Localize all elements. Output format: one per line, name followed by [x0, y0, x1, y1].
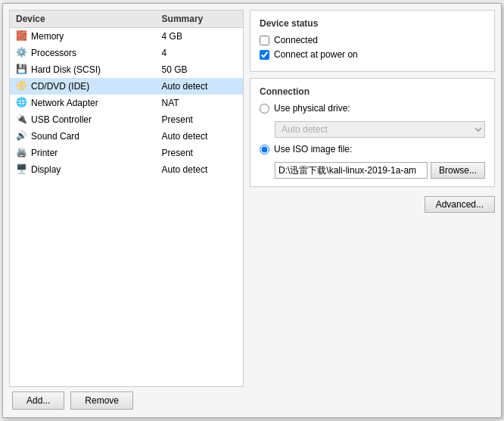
- device-status-title: Device status: [260, 18, 485, 29]
- table-row[interactable]: 🖥️ Display Auto detect: [10, 161, 243, 178]
- device-summary: Auto detect: [156, 161, 243, 178]
- table-row[interactable]: 🖨️ Printer Present: [10, 145, 243, 161]
- main-area: Device Summary 🧱 Memory 4 GB ⚙️ Processo…: [9, 10, 495, 387]
- device-summary: Present: [156, 111, 243, 128]
- bottom-bar: Add... Remove: [9, 387, 495, 411]
- table-row[interactable]: 🌐 Network Adapter NAT: [10, 95, 243, 111]
- table-row[interactable]: 💾 Hard Disk (SCSI) 50 GB: [10, 61, 243, 78]
- device-summary: 4 GB: [156, 28, 243, 45]
- device-name: Memory: [31, 31, 64, 42]
- device-name: Network Adapter: [31, 98, 98, 108]
- physical-drive-label: Use physical drive:: [274, 103, 350, 114]
- iso-label: Use ISO image file:: [274, 144, 352, 154]
- connection-title: Connection: [260, 86, 485, 97]
- device-name: Hard Disk (SCSI): [31, 64, 101, 75]
- device-status-section: Device status Connected Connect at power…: [250, 10, 495, 72]
- iso-path-input[interactable]: [275, 162, 428, 179]
- device-icon: 🖨️: [16, 147, 28, 159]
- col-summary: Summary: [156, 11, 243, 28]
- power-on-checkbox[interactable]: [260, 50, 269, 60]
- iso-radio[interactable]: [260, 145, 269, 154]
- device-name: Processors: [31, 48, 76, 58]
- left-panel: Device Summary 🧱 Memory 4 GB ⚙️ Processo…: [9, 10, 244, 387]
- power-on-row: Connect at power on: [260, 49, 485, 60]
- table-row[interactable]: ⚙️ Processors 4: [10, 45, 243, 61]
- auto-detect-row: Auto detect: [275, 121, 485, 138]
- iso-path-row: Browse...: [275, 162, 485, 179]
- table-row[interactable]: 🧱 Memory 4 GB: [10, 28, 243, 45]
- power-on-label: Connect at power on: [274, 49, 358, 60]
- device-table: Device Summary 🧱 Memory 4 GB ⚙️ Processo…: [10, 11, 243, 178]
- device-name: CD/DVD (IDE): [31, 81, 89, 92]
- table-row[interactable]: 🔊 Sound Card Auto detect: [10, 128, 243, 145]
- dialog: Device Summary 🧱 Memory 4 GB ⚙️ Processo…: [2, 3, 502, 418]
- physical-drive-row: Use physical drive:: [260, 103, 485, 114]
- right-panel: Device status Connected Connect at power…: [250, 10, 495, 387]
- connection-section: Connection Use physical drive: Auto dete…: [250, 78, 495, 187]
- device-name: Sound Card: [31, 131, 79, 142]
- advanced-button[interactable]: Advanced...: [425, 196, 495, 213]
- physical-drive-radio[interactable]: [260, 104, 269, 114]
- connected-label: Connected: [274, 35, 318, 45]
- device-icon: 📀: [16, 80, 28, 92]
- connected-checkbox[interactable]: [260, 36, 269, 45]
- table-row[interactable]: 🔌 USB Controller Present: [10, 111, 243, 128]
- device-icon: ⚙️: [16, 47, 28, 59]
- radio-group: Use physical drive: Auto detect Use ISO …: [260, 103, 485, 179]
- device-icon: 💾: [16, 64, 28, 76]
- remove-button[interactable]: Remove: [70, 391, 133, 410]
- device-summary: NAT: [156, 95, 243, 111]
- device-summary: 4: [156, 45, 243, 61]
- device-icon: 🧱: [16, 30, 28, 42]
- iso-row: Use ISO image file:: [260, 144, 485, 154]
- device-name: Printer: [31, 148, 58, 158]
- device-summary: Auto detect: [156, 128, 243, 145]
- browse-button[interactable]: Browse...: [431, 162, 485, 179]
- connected-row: Connected: [260, 35, 485, 45]
- add-button[interactable]: Add...: [12, 391, 64, 410]
- device-name: USB Controller: [31, 114, 92, 125]
- table-row[interactable]: 📀 CD/DVD (IDE) Auto detect: [10, 78, 243, 95]
- device-name: Display: [31, 164, 61, 175]
- device-summary: 50 GB: [156, 61, 243, 78]
- col-device: Device: [10, 11, 156, 28]
- device-icon: 🌐: [16, 97, 28, 109]
- device-summary: Auto detect: [156, 78, 243, 95]
- auto-detect-dropdown[interactable]: Auto detect: [275, 121, 485, 138]
- device-summary: Present: [156, 145, 243, 161]
- advanced-row: Advanced...: [250, 196, 495, 213]
- device-icon: 🖥️: [16, 164, 28, 176]
- device-icon: 🔊: [16, 130, 28, 142]
- device-icon: 🔌: [16, 114, 28, 126]
